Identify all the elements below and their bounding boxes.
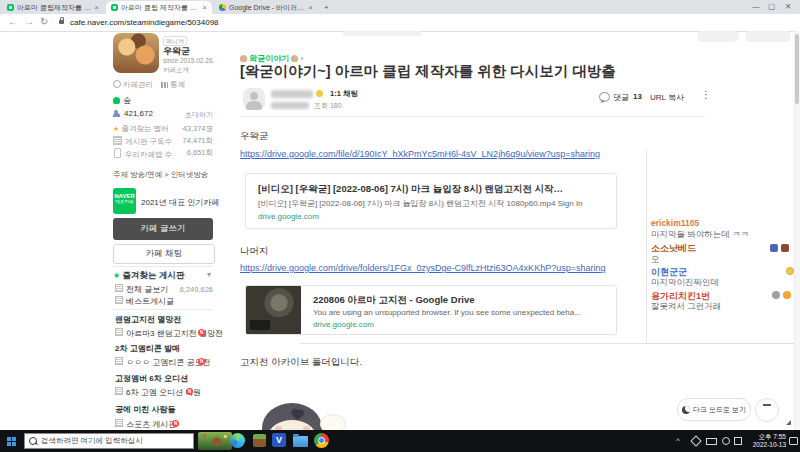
board-emblem-icon [291, 55, 298, 62]
cafe-profile-image[interactable] [113, 33, 159, 73]
board-icon [115, 387, 123, 395]
board-icon [115, 296, 123, 304]
chrome-browser-icon[interactable] [314, 433, 329, 448]
sidebar-item-board[interactable]: 아르마3 랜덤고지전 멸망전 [115, 328, 223, 339]
chat-message: 잘못켜서 그런거래 [651, 301, 721, 313]
tray-chevron-icon[interactable]: ^ [676, 436, 680, 445]
tab-close-icon[interactable]: × [308, 3, 313, 12]
new-tab-button[interactable]: + [324, 3, 329, 12]
kebab-menu-icon[interactable]: ⋮ [701, 89, 711, 100]
member-count-row: 421,672 [113, 109, 153, 118]
taskbar-search-input[interactable]: 검색하려면 여기에 입력하십시 [24, 433, 194, 449]
drive-file-link[interactable]: https://drive.google.com/file/d/190IcY_h… [240, 149, 600, 159]
comment-count[interactable]: 13 [633, 92, 642, 101]
card-title: [비디오] [우왁굳] [2022-08-06] 7시) 마크 늅입장 8시) … [258, 183, 563, 196]
chevron-down-icon[interactable]: ▾ [207, 270, 211, 279]
sidebar-group-header[interactable]: 공에 미친 사람들 [115, 404, 175, 415]
emoji-icon [786, 267, 794, 275]
google-drive-favicon [219, 4, 226, 11]
naver-cafe-favicon [111, 4, 118, 11]
sidebar-item-board[interactable]: 스포츠 게시판 [115, 419, 176, 430]
tab-close-icon[interactable]: × [202, 3, 207, 12]
favorite-boards-header[interactable]: ★ 즐겨찾는 게시판 [113, 270, 184, 282]
minecraft-app-icon[interactable] [253, 434, 266, 447]
chat-badge-icon [772, 291, 780, 299]
v-app-icon[interactable]: V [272, 433, 286, 447]
edge-browser-icon[interactable] [230, 433, 245, 448]
new-post-badge: N [198, 329, 205, 336]
redacted-author-name [271, 90, 313, 98]
scroll-to-top-button[interactable] [755, 398, 779, 422]
scrollbar-thumb[interactable] [795, 34, 799, 104]
stat-value: 74,471회 [183, 136, 213, 146]
cafe-intro-link[interactable]: 카페소개 [163, 66, 189, 75]
sidebar-group-header[interactable]: 2차 고멤티콘 발매 [115, 343, 180, 354]
game-app-icon[interactable] [198, 432, 232, 450]
browser-tab-2-active[interactable]: 아르마 클립 제작자를 위한 다시 × [106, 1, 212, 14]
cafe-topic[interactable]: 주제 방송/연예 > 인터넷방송 [113, 170, 208, 180]
dark-mode-toggle-button[interactable]: 다크 모드로 보기 [677, 398, 751, 421]
sidebar-group-header[interactable]: 고정멤버 6차 오디션 [115, 373, 188, 384]
cafe-chat-button[interactable]: 카페 채팅 [113, 244, 215, 264]
invite-link[interactable]: 초대하기 [185, 110, 213, 120]
tab-strip: 아르마 클립제작자를 위한 동영상 × 아르마 클립 제작자를 위한 다시 × … [0, 0, 800, 14]
tab-label: 아르마 클립제작자를 위한 동영상 [17, 3, 91, 13]
sidebar-group-header[interactable]: 랜덤고지전 멸망전 [115, 314, 181, 325]
member-level-badge [316, 90, 323, 97]
cafe-manage-row[interactable]: 카페관리통계 [113, 80, 185, 90]
comment-bubble-icon [599, 92, 610, 102]
link-preview-card[interactable]: 220806 아르마 고지전 - Google Drive You are us… [245, 285, 617, 335]
cafe-write-button[interactable]: 카페 글쓰기 [113, 218, 213, 240]
window-close-icon[interactable]: ✕ [785, 2, 791, 11]
comment-label[interactable]: 댓글 [613, 92, 629, 103]
window-minimize-icon[interactable]: — [752, 2, 760, 11]
redacted-post-date [271, 102, 309, 109]
board-icon [115, 284, 123, 292]
naver-cafe-favicon [7, 4, 14, 11]
notification-center-icon[interactable] [789, 437, 798, 445]
url-copy-button[interactable]: URL 복사 [650, 92, 684, 103]
link-preview-card[interactable]: [비디오] [우왁굳] [2022-08-06] 7시) 마크 늅입장 8시) … [245, 173, 617, 229]
tray-keyboard-icon[interactable] [706, 438, 717, 445]
card-domain: drive.google.com [258, 212, 319, 221]
browser-tab-3[interactable]: Google Drive - 바이러스 검사 중 × [214, 1, 318, 14]
board-emblem-icon [240, 55, 247, 62]
browser-tab-1[interactable]: 아르마 클립제작자를 위한 동영상 × [2, 1, 104, 14]
forward-icon[interactable]: → [24, 16, 34, 28]
sidebar-item-board[interactable]: ㅇㅇㅇ 고멤티콘 공모전 [115, 357, 210, 368]
resize-handle-icon [786, 420, 791, 425]
sidebar-item-all-posts[interactable]: 전체 글보기 [115, 284, 168, 295]
chat-message: 마지막을 봐야하는데 ㅋㅋ [651, 229, 749, 241]
url-text[interactable]: cafe.naver.com/steamindiegame/5034098 [70, 18, 219, 27]
tray-flag-icon[interactable] [734, 437, 742, 445]
taskbar-clock-date[interactable]: 2022-10-13 [744, 441, 786, 448]
new-post-badge: N [198, 358, 205, 365]
tab-label: 아르마 클립 제작자를 위한 다시 [121, 3, 199, 13]
chat-message: 마지막이진짜인데 [651, 277, 719, 289]
back-icon[interactable]: ← [8, 16, 18, 28]
body-text: 고지전 아카이브 폴더입니다. [240, 356, 362, 369]
overlay-window-edge [300, 343, 646, 344]
chat-message: 오 [651, 254, 660, 266]
board-icon [115, 419, 123, 427]
card-title: 220806 아르마 고지전 - Google Drive [313, 294, 475, 307]
card-description: You are using an unsupported browser. If… [313, 308, 581, 317]
start-button-icon[interactable] [7, 437, 16, 446]
star-icon: ★ [113, 271, 120, 280]
one-to-one-chat-button[interactable]: 1:1 채팅 [330, 89, 358, 99]
chat-badge-icon [770, 244, 778, 252]
new-post-badge: N [186, 388, 193, 395]
sidebar-item-best-posts[interactable]: 베스트게시글 [115, 296, 174, 307]
header-remnant [745, 31, 791, 42]
drive-folder-link[interactable]: https://drive.google.com/drive/folders/1… [240, 263, 605, 273]
gear-icon [113, 80, 121, 88]
top-bar-icon [763, 404, 771, 406]
tray-circle-icon[interactable] [722, 437, 730, 445]
reload-icon[interactable]: ↻ [40, 16, 48, 28]
file-explorer-icon[interactable] [293, 436, 308, 447]
members-icon [113, 110, 121, 117]
author-avatar[interactable] [243, 88, 265, 110]
tab-close-icon[interactable]: × [94, 3, 99, 12]
app-icon [114, 148, 121, 158]
window-maximize-icon[interactable]: ▢ [768, 2, 775, 11]
